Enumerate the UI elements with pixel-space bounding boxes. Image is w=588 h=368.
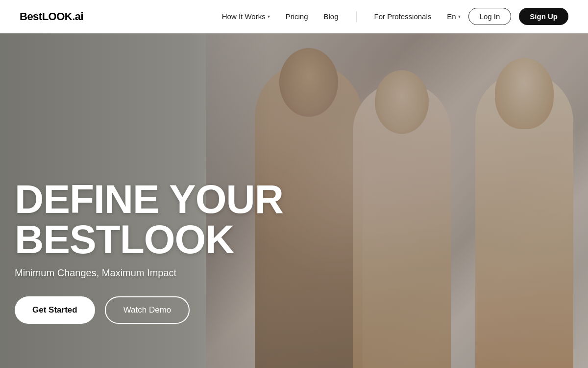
nav-link-pricing[interactable]: Pricing [286, 12, 308, 21]
hero-subtitle: Minimum Changes, Maximum Impact [15, 267, 283, 279]
navbar: BestLOOK.ai How It Works ▾ Pricing Blog … [0, 0, 588, 33]
chevron-down-icon: ▾ [268, 14, 270, 19]
hero-title-line1: DEFINE YOUR [15, 177, 283, 221]
hero-title: DEFINE YOUR BESTLOOK [15, 179, 283, 260]
nav-link-for-professionals[interactable]: For Professionals [374, 12, 432, 21]
language-label: En [447, 12, 456, 21]
nav-item-how-it-works[interactable]: How It Works ▾ [222, 12, 270, 21]
nav-links: How It Works ▾ Pricing Blog For Professi… [222, 11, 432, 22]
nav-divider [356, 11, 357, 22]
signup-button[interactable]: Sign Up [519, 8, 568, 25]
navbar-right: En ▾ Log In Sign Up [447, 8, 568, 25]
nav-link-how-it-works[interactable]: How It Works [222, 12, 266, 21]
chevron-down-icon: ▾ [458, 14, 461, 19]
nav-item-blog[interactable]: Blog [324, 12, 339, 21]
get-started-button[interactable]: Get Started [15, 296, 95, 324]
language-selector[interactable]: En ▾ [447, 12, 460, 21]
hero-section: DEFINE YOUR BESTLOOK Minimum Changes, Ma… [0, 33, 588, 368]
hero-title-line2: BESTLOOK [15, 217, 234, 262]
login-button[interactable]: Log In [468, 8, 512, 25]
hero-buttons: Get Started Watch Demo [15, 296, 283, 324]
nav-item-for-professionals[interactable]: For Professionals [374, 12, 432, 21]
watch-demo-button[interactable]: Watch Demo [105, 296, 190, 324]
nav-link-blog[interactable]: Blog [324, 12, 339, 21]
nav-item-pricing[interactable]: Pricing [286, 12, 308, 21]
hero-content: DEFINE YOUR BESTLOOK Minimum Changes, Ma… [15, 179, 283, 324]
brand-logo[interactable]: BestLOOK.ai [20, 10, 83, 23]
